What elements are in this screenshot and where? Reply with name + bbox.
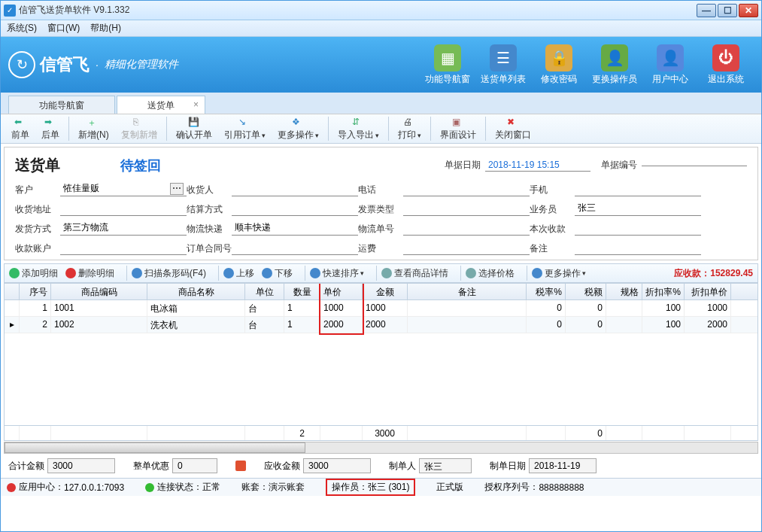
orderdisc-field[interactable]: 0 — [172, 458, 217, 473]
add-row-button[interactable]: 添加明细 — [9, 267, 58, 280]
scan-barcode-button[interactable]: 扫描条形码(F4) — [132, 267, 206, 280]
col-code[interactable]: 商品编码 — [51, 284, 147, 299]
layout-icon: ▣ — [452, 117, 464, 129]
col-qty[interactable]: 数量 — [284, 284, 320, 299]
tab-delivery[interactable]: 送货单× — [117, 96, 205, 114]
version-status: 正式版 — [436, 481, 463, 494]
phone-label: 电话 — [358, 184, 403, 196]
invoice-label: 发票类型 — [358, 203, 403, 216]
phone-field[interactable] — [403, 181, 530, 196]
print-button[interactable]: 🖨打印▾ — [392, 115, 427, 143]
contract-field[interactable] — [232, 240, 358, 255]
minimize-button[interactable]: — — [697, 4, 716, 17]
freight-field[interactable] — [403, 240, 530, 255]
col-price[interactable]: 单价 — [320, 284, 363, 299]
menu-bar: 系统(S) 窗口(W) 帮助(H) — [1, 20, 761, 37]
barcode-icon — [132, 268, 142, 278]
switch-op-button[interactable]: 👤更换操作员 — [587, 44, 642, 86]
quote-order-button[interactable]: ↘引用订单▾ — [218, 115, 272, 143]
address-field[interactable] — [60, 201, 187, 216]
move-down-button[interactable]: 下移 — [262, 267, 293, 280]
col-seq[interactable]: 序号 — [20, 284, 51, 299]
receiver-field[interactable] — [232, 181, 358, 196]
table-row[interactable]: ▸21002洗衣机台120002000001002000 — [5, 317, 757, 333]
chevron-down-icon: ▾ — [375, 132, 379, 139]
appcenter-status[interactable]: 应用中心：127.0.0.1:7093 — [7, 481, 124, 494]
exit-button[interactable]: ⏻退出系统 — [698, 44, 754, 86]
horizontal-scrollbar[interactable] — [4, 442, 758, 454]
del-row-button[interactable]: 删除明细 — [65, 267, 114, 280]
tab-close-icon[interactable]: × — [193, 99, 199, 110]
user-center-button[interactable]: 👤用户中心 — [642, 44, 698, 86]
form-title: 送货单 — [15, 155, 60, 175]
paytype-field[interactable] — [232, 201, 358, 216]
grid-more-button[interactable]: 更多操作▾ — [532, 267, 586, 280]
col-discrate[interactable]: 折扣率% — [642, 284, 685, 299]
list-button[interactable]: ☰送货单列表 — [475, 44, 531, 86]
quick-sort-button[interactable]: 快速排序▾ — [310, 267, 364, 280]
table-row[interactable]: 11001电冰箱台110001000001001000 — [5, 300, 757, 317]
license-status: 授权序列号：888888888 — [484, 481, 584, 494]
items-grid[interactable]: 序号 商品编码 商品名称 单位 数量 单价 金额 备注 税率% 税额 规格 折扣… — [4, 283, 758, 441]
select-price-button[interactable]: 选择价格 — [466, 267, 515, 280]
account-field[interactable] — [60, 240, 187, 255]
col-name[interactable]: 商品名称 — [147, 284, 245, 299]
banner: ↻ 信管飞 · 精细化管理软件 ▦功能导航窗 ☰送货单列表 🔒修改密码 👤更换操… — [1, 37, 761, 93]
thispay-field[interactable] — [575, 220, 701, 236]
discount-toggle[interactable] — [235, 461, 246, 471]
user-switch-icon: 👤 — [601, 44, 628, 71]
col-spec[interactable]: 规格 — [606, 284, 642, 299]
col-taxrate[interactable]: 税率% — [527, 284, 566, 299]
plus-icon — [9, 268, 20, 278]
express-field[interactable]: 顺丰快递 — [232, 220, 358, 236]
close-button[interactable]: ✕ — [739, 4, 758, 17]
copy-icon: ⎘ — [133, 117, 145, 129]
col-amount[interactable]: 金额 — [363, 284, 408, 299]
col-remark[interactable]: 备注 — [408, 284, 527, 299]
design-button[interactable]: ▣界面设计 — [434, 115, 482, 143]
total-field: 3000 — [47, 458, 115, 473]
move-up-button[interactable]: 上移 — [223, 267, 254, 280]
mobile-field[interactable] — [575, 181, 701, 196]
col-tax[interactable]: 税额 — [566, 284, 606, 299]
paytype-label: 结算方式 — [187, 203, 232, 216]
import-export-button[interactable]: ⇵导入导出▾ — [332, 115, 385, 143]
tab-nav[interactable]: 功能导航窗 — [8, 96, 115, 114]
col-unit[interactable]: 单位 — [245, 284, 284, 299]
menu-help[interactable]: 帮助(H) — [90, 22, 121, 35]
maker-field: 张三 — [419, 458, 472, 473]
mobile-label: 手机 — [530, 184, 575, 196]
remark-field[interactable] — [575, 240, 701, 255]
save-icon: 💾 — [188, 117, 200, 129]
close-window-button[interactable]: ✖关闭窗口 — [489, 115, 537, 143]
pwd-button[interactable]: 🔒修改密码 — [531, 44, 587, 86]
next-button[interactable]: ➡后单 — [35, 115, 65, 143]
trackno-field[interactable] — [403, 220, 530, 236]
new-button[interactable]: ＋新增(N) — [72, 115, 115, 143]
docno-field[interactable] — [642, 164, 747, 166]
maximize-button[interactable]: ☐ — [718, 4, 737, 17]
ship-field[interactable]: 第三方物流 — [60, 220, 187, 236]
date-field[interactable]: 2018-11-19 15:15 — [485, 159, 590, 172]
lookup-button[interactable]: ⋯ — [170, 183, 184, 195]
remark-label: 备注 — [530, 242, 575, 255]
scrollbar-thumb[interactable] — [5, 442, 305, 453]
col-discprice[interactable]: 折扣单价 — [685, 284, 731, 299]
customer-field[interactable]: 恠佳量贩⋯ — [60, 181, 187, 196]
copy-button[interactable]: ⎘复制新增 — [115, 115, 163, 143]
prev-button[interactable]: ⬅前单 — [5, 115, 35, 143]
nav-button[interactable]: ▦功能导航窗 — [420, 44, 475, 86]
address-label: 收货地址 — [15, 203, 60, 216]
more-ops-button[interactable]: ❖更多操作▾ — [272, 115, 325, 143]
confirm-button[interactable]: 💾确认开单 — [170, 115, 218, 143]
arrow-up-icon — [223, 268, 234, 278]
menu-system[interactable]: 系统(S) — [7, 22, 37, 35]
product-detail-button[interactable]: 查看商品详情 — [381, 267, 448, 280]
more-icon — [532, 268, 542, 278]
sales-field[interactable]: 张三 — [575, 201, 701, 216]
maker-label: 制单人 — [389, 460, 416, 473]
user-icon: 👤 — [657, 44, 684, 71]
menu-window[interactable]: 窗口(W) — [47, 22, 80, 35]
date-label: 单据日期 — [445, 159, 481, 172]
invoice-field[interactable] — [403, 201, 530, 216]
